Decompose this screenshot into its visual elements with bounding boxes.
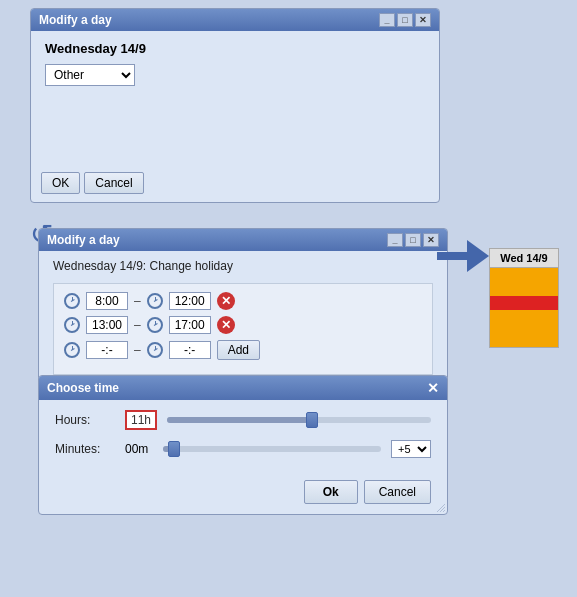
dialog1-titlebar-buttons: _ □ ✕ bbox=[379, 13, 431, 27]
dialog1-body: Wednesday 14/9 Other Holiday Work Vacati… bbox=[31, 31, 439, 166]
choose-time-title: Choose time bbox=[47, 381, 119, 395]
choose-time-ok-button[interactable]: Ok bbox=[304, 480, 358, 504]
hours-row: Hours: 11h bbox=[55, 410, 431, 430]
calendar-arrow bbox=[437, 240, 489, 272]
hours-slider-fill bbox=[167, 417, 312, 423]
dialog2-title: Modify a day bbox=[47, 233, 120, 247]
dialog1-title: Modify a day bbox=[39, 13, 112, 27]
delete-row-2-button[interactable]: ✕ bbox=[217, 316, 235, 334]
hours-label: Hours: bbox=[55, 413, 115, 427]
dialog1-footer: OK Cancel bbox=[31, 166, 439, 202]
choose-time-footer: Ok Cancel bbox=[39, 476, 447, 514]
time-row-2: – ✕ bbox=[64, 316, 422, 334]
arrow-shaft bbox=[437, 252, 467, 260]
calendar-day-body bbox=[489, 268, 559, 348]
minutes-slider-thumb[interactable] bbox=[168, 441, 180, 457]
minutes-step-area: +5 +10 +15 +1 bbox=[391, 440, 431, 458]
calendar-day-header: Wed 14/9 bbox=[489, 248, 559, 268]
clock-icon-1 bbox=[64, 293, 80, 309]
time-start-2[interactable] bbox=[86, 316, 128, 334]
clock-icon-6 bbox=[147, 342, 163, 358]
time-end-new[interactable] bbox=[169, 341, 211, 359]
hours-value: 11h bbox=[125, 410, 157, 430]
calendar-column: Wed 14/9 bbox=[489, 248, 559, 348]
dialog1-minimize-button[interactable]: _ bbox=[379, 13, 395, 27]
dialog2-titlebar: Modify a day _ □ ✕ bbox=[39, 229, 447, 251]
time-dash-2: – bbox=[134, 318, 141, 332]
dialog1-titlebar: Modify a day _ □ ✕ bbox=[31, 9, 439, 31]
minutes-value: 00m bbox=[125, 442, 153, 456]
dialog1-ok-button[interactable]: OK bbox=[41, 172, 80, 194]
time-start-1[interactable] bbox=[86, 292, 128, 310]
dialog1-type-select[interactable]: Other Holiday Work Vacation bbox=[45, 64, 135, 86]
arrow-head bbox=[467, 240, 489, 272]
time-dash-3: – bbox=[134, 343, 141, 357]
svg-line-2 bbox=[443, 510, 445, 512]
dialog2-maximize-button[interactable]: □ bbox=[405, 233, 421, 247]
clock-icon-2 bbox=[147, 293, 163, 309]
minutes-slider-track[interactable] bbox=[163, 446, 381, 452]
minutes-step-select[interactable]: +5 +10 +15 +1 bbox=[391, 440, 431, 458]
dialog1-close-button[interactable]: ✕ bbox=[415, 13, 431, 27]
hours-slider-track[interactable] bbox=[167, 417, 431, 423]
resize-handle[interactable] bbox=[435, 502, 445, 512]
time-row-1: – ✕ bbox=[64, 292, 422, 310]
dialog2-titlebar-buttons: _ □ ✕ bbox=[387, 233, 439, 247]
time-end-1[interactable] bbox=[169, 292, 211, 310]
delete-row-1-button[interactable]: ✕ bbox=[217, 292, 235, 310]
minutes-row: Minutes: 00m +5 +10 +15 +1 bbox=[55, 440, 431, 458]
dialog2-minimize-button[interactable]: _ bbox=[387, 233, 403, 247]
dialog2-body: Wednesday 14/9: Change holiday – ✕ bbox=[39, 251, 447, 385]
add-time-row-button[interactable]: Add bbox=[217, 340, 260, 360]
choose-time-dialog: Choose time ✕ Hours: 11h Minutes: 00m +5 bbox=[38, 375, 448, 515]
time-dash-1: – bbox=[134, 294, 141, 308]
dialog1-cancel-button[interactable]: Cancel bbox=[84, 172, 143, 194]
time-start-new[interactable] bbox=[86, 341, 128, 359]
time-end-2[interactable] bbox=[169, 316, 211, 334]
hours-slider-thumb[interactable] bbox=[306, 412, 318, 428]
clock-icon-5 bbox=[64, 342, 80, 358]
minutes-label: Minutes: bbox=[55, 442, 115, 456]
choose-time-body: Hours: 11h Minutes: 00m +5 +10 +15 +1 bbox=[39, 400, 447, 476]
dialog1-maximize-button[interactable]: □ bbox=[397, 13, 413, 27]
choose-time-close-button[interactable]: ✕ bbox=[427, 380, 439, 396]
dialog2-date-label: Wednesday 14/9: Change holiday bbox=[53, 259, 433, 273]
choose-time-titlebar: Choose time ✕ bbox=[39, 376, 447, 400]
clock-icon-3 bbox=[64, 317, 80, 333]
dialog1: Modify a day _ □ ✕ Wednesday 14/9 Other … bbox=[30, 8, 440, 203]
calendar-red-bar bbox=[490, 296, 558, 310]
time-row-new: – Add bbox=[64, 340, 422, 360]
choose-time-cancel-button[interactable]: Cancel bbox=[364, 480, 431, 504]
clock-icon-4 bbox=[147, 317, 163, 333]
dialog1-date: Wednesday 14/9 bbox=[45, 41, 425, 56]
time-rows-area: – ✕ – ✕ bbox=[53, 283, 433, 375]
